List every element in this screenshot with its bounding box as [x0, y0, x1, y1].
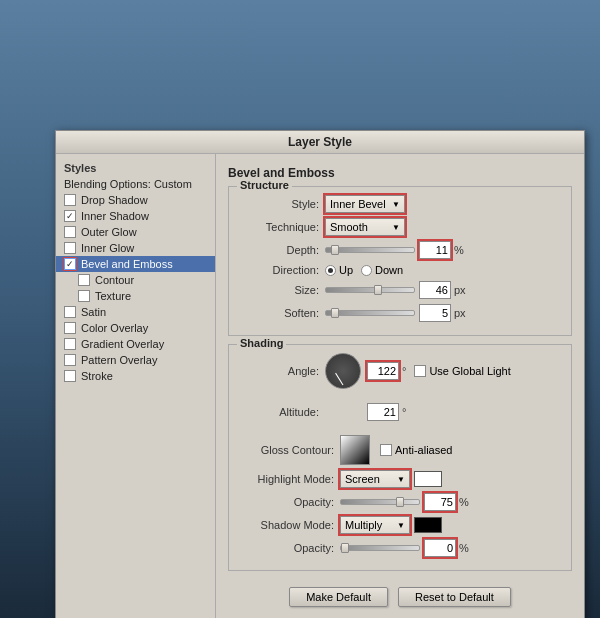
depth-input[interactable] [419, 241, 451, 259]
direction-label: Direction: [239, 264, 319, 276]
texture-checkbox[interactable] [78, 290, 90, 302]
drop-shadow-label: Drop Shadow [81, 194, 148, 206]
soften-slider-thumb[interactable] [331, 308, 339, 318]
size-slider[interactable] [325, 287, 415, 293]
shadow-mode-row: Shadow Mode: Multiply ▼ [239, 516, 561, 534]
sidebar-item-satin[interactable]: Satin [56, 304, 215, 320]
drop-shadow-checkbox[interactable] [64, 194, 76, 206]
highlight-opacity-slider[interactable] [340, 499, 420, 505]
style-select[interactable]: Inner Bevel ▼ [325, 195, 405, 213]
sidebar-item-stroke[interactable]: Stroke [56, 368, 215, 384]
make-default-button[interactable]: Make Default [289, 587, 388, 607]
sidebar-item-drop-shadow[interactable]: Drop Shadow [56, 192, 215, 208]
sidebar-item-texture[interactable]: Texture [56, 288, 215, 304]
use-global-light-checkbox[interactable]: Use Global Light [414, 365, 510, 377]
shadow-opacity-input[interactable] [424, 539, 456, 557]
contour-checkbox[interactable] [78, 274, 90, 286]
sidebar-item-color-overlay[interactable]: Color Overlay [56, 320, 215, 336]
satin-checkbox[interactable] [64, 306, 76, 318]
gradient-overlay-checkbox[interactable] [64, 338, 76, 350]
anti-aliased-cb-box[interactable] [380, 444, 392, 456]
contour-label: Contour [95, 274, 134, 286]
sidebar-item-outer-glow[interactable]: Outer Glow [56, 224, 215, 240]
texture-label: Texture [95, 290, 131, 302]
highlight-mode-select[interactable]: Screen ▼ [340, 470, 410, 488]
highlight-opacity-input[interactable] [424, 493, 456, 511]
shadow-color-swatch[interactable] [414, 517, 442, 533]
direction-up-label: Up [339, 264, 353, 276]
highlight-mode-row: Highlight Mode: Screen ▼ [239, 470, 561, 488]
shadow-mode-select[interactable]: Multiply ▼ [340, 516, 410, 534]
anti-aliased-label: Anti-aliased [395, 444, 452, 456]
dialog-title: Layer Style [288, 135, 352, 149]
soften-input[interactable] [419, 304, 451, 322]
highlight-opacity-thumb[interactable] [396, 497, 404, 507]
structure-title: Structure [237, 179, 292, 191]
color-overlay-checkbox[interactable] [64, 322, 76, 334]
sidebar-item-inner-shadow[interactable]: ✓ Inner Shadow [56, 208, 215, 224]
inner-shadow-checkbox[interactable]: ✓ [64, 210, 76, 222]
gradient-overlay-label: Gradient Overlay [81, 338, 164, 350]
gloss-contour-label: Gloss Contour: [239, 444, 334, 456]
inner-glow-checkbox[interactable] [64, 242, 76, 254]
reset-to-default-button[interactable]: Reset to Default [398, 587, 511, 607]
angle-label: Angle: [239, 365, 319, 377]
direction-down-circle[interactable] [361, 265, 372, 276]
altitude-label: Altitude: [239, 406, 319, 418]
angle-input[interactable] [367, 362, 399, 380]
direction-down-radio[interactable]: Down [361, 264, 403, 276]
sidebar-item-bevel-emboss[interactable]: ✓ Bevel and Emboss [56, 256, 215, 272]
style-row: Style: Inner Bevel ▼ [239, 195, 561, 213]
depth-slider-thumb[interactable] [331, 245, 339, 255]
pattern-overlay-checkbox[interactable] [64, 354, 76, 366]
shadow-mode-label: Shadow Mode: [239, 519, 334, 531]
technique-row: Technique: Smooth ▼ [239, 218, 561, 236]
stroke-checkbox[interactable] [64, 370, 76, 382]
technique-select-value: Smooth [330, 221, 368, 233]
size-unit: px [454, 284, 466, 296]
soften-slider[interactable] [325, 310, 415, 316]
technique-select[interactable]: Smooth ▼ [325, 218, 405, 236]
direction-down-label: Down [375, 264, 403, 276]
depth-slider[interactable] [325, 247, 415, 253]
depth-row: Depth: % [239, 241, 561, 259]
sidebar-item-inner-glow[interactable]: Inner Glow [56, 240, 215, 256]
altitude-input[interactable] [367, 403, 399, 421]
shadow-opacity-thumb[interactable] [341, 543, 349, 553]
size-slider-thumb[interactable] [374, 285, 382, 295]
direction-row: Direction: Up Down [239, 264, 561, 276]
stroke-label: Stroke [81, 370, 113, 382]
sidebar-item-contour[interactable]: Contour [56, 272, 215, 288]
direction-up-circle[interactable] [325, 265, 336, 276]
shadow-opacity-slider[interactable] [340, 545, 420, 551]
main-panel: Bevel and Emboss Structure Style: Inner … [216, 154, 584, 618]
blending-options-label: Blending Options: Custom [64, 178, 192, 190]
sidebar-item-gradient-overlay[interactable]: Gradient Overlay [56, 336, 215, 352]
layer-style-dialog: Layer Style Styles Blending Options: Cus… [55, 130, 585, 618]
sidebar-blending-options[interactable]: Blending Options: Custom [56, 176, 215, 192]
altitude-dial-placeholder [325, 394, 361, 430]
highlight-opacity-label: Opacity: [239, 496, 334, 508]
direction-up-radio[interactable]: Up [325, 264, 353, 276]
size-input[interactable] [419, 281, 451, 299]
shading-title: Shading [237, 337, 286, 349]
global-light-cb-box[interactable] [414, 365, 426, 377]
style-select-arrow: ▼ [392, 200, 400, 209]
technique-select-arrow: ▼ [392, 223, 400, 232]
structure-section: Structure Style: Inner Bevel ▼ Technique… [228, 186, 572, 336]
gloss-contour-preview[interactable] [340, 435, 370, 465]
angle-dial[interactable] [325, 353, 361, 389]
sidebar-item-pattern-overlay[interactable]: Pattern Overlay [56, 352, 215, 368]
shadow-opacity-unit: % [459, 542, 469, 554]
style-select-value: Inner Bevel [330, 198, 386, 210]
soften-label: Soften: [239, 307, 319, 319]
highlight-color-swatch[interactable] [414, 471, 442, 487]
outer-glow-checkbox[interactable] [64, 226, 76, 238]
outer-glow-label: Outer Glow [81, 226, 137, 238]
button-row: Make Default Reset to Default [228, 579, 572, 613]
depth-label: Depth: [239, 244, 319, 256]
altitude-row: Altitude: ° [239, 394, 561, 430]
style-label: Style: [239, 198, 319, 210]
anti-aliased-checkbox[interactable]: Anti-aliased [380, 444, 452, 456]
bevel-emboss-checkbox[interactable]: ✓ [64, 258, 76, 270]
